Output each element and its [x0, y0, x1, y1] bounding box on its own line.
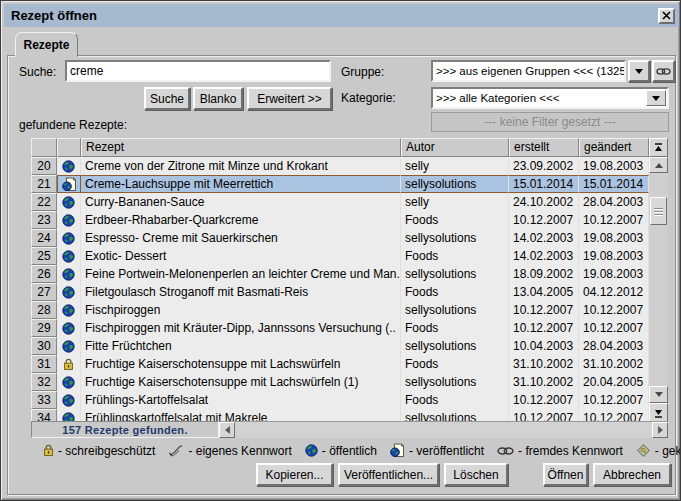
dialog-rezept-oeffnen: Rezept öffnen Rezepte Suche: Suche Blank… — [0, 0, 681, 501]
public-icon — [62, 232, 75, 245]
legend-item: - schreibgeschützt — [43, 444, 155, 458]
delete-button[interactable]: Löschen — [444, 463, 508, 486]
legend-item: - eigenes Kennwort — [168, 444, 291, 458]
scroll-left-button[interactable] — [219, 422, 235, 438]
scroll-up-button[interactable] — [649, 157, 668, 173]
cell-icon — [57, 175, 81, 193]
legend-label: - gekauft — [655, 444, 681, 458]
group-link-button[interactable] — [652, 60, 675, 82]
cell-erstellt: 10.04.2003 — [509, 337, 579, 355]
cell-rezept: Curry-Bananen-Sauce — [81, 193, 401, 211]
copy-button[interactable]: Kopieren... — [256, 463, 333, 486]
cell-geaendert: 10.12.2007 — [579, 211, 649, 229]
table-row[interactable]: 33Frühlings-KartoffelsalatFoods10.12.200… — [31, 391, 649, 409]
cell-erstellt: 10.12.2007 — [509, 391, 579, 409]
cell-icon — [57, 355, 81, 373]
close-icon — [662, 8, 671, 23]
category-value: >>> alle Kategorien <<< — [436, 92, 559, 104]
category-combobox[interactable]: >>> alle Kategorien <<< — [431, 87, 669, 109]
header-rezept[interactable]: Rezept — [81, 138, 401, 157]
cell-autor: sellysolutions — [401, 265, 509, 283]
cell-geaendert: 28.04.2003 — [579, 193, 649, 211]
header-autor[interactable]: Autor — [401, 138, 509, 157]
table-row[interactable]: 30Fitte Früchtchensellysolutions10.04.20… — [31, 337, 649, 355]
blank-button[interactable]: Blanko — [193, 87, 243, 110]
table-row[interactable]: 22Curry-Bananen-Sauceselly24.10.200228.0… — [31, 193, 649, 211]
scroll-up-icon — [655, 163, 663, 168]
extended-search-button[interactable]: Erweitert >> — [247, 87, 332, 110]
table-row[interactable]: 28Fischpiroggensellysolutions10.12.20071… — [31, 301, 649, 319]
horizontal-scrollbar[interactable] — [219, 421, 668, 438]
group-dropdown-button[interactable] — [628, 60, 650, 82]
scroll-right-button[interactable] — [652, 422, 668, 438]
publish-button[interactable]: Veröffentlichen... — [338, 463, 439, 486]
scroll-down-icon — [655, 392, 663, 397]
table-row[interactable]: 31Fruchtige Kaiserschotensuppe mit Lachs… — [31, 355, 649, 373]
scroll-to-top-button[interactable] — [649, 138, 668, 157]
scrollbar-thumb[interactable] — [650, 197, 667, 225]
chain-icon — [656, 67, 671, 76]
table-row[interactable]: 23Erdbeer-Rhabarber-QuarkcremeFoods10.12… — [31, 211, 649, 229]
cell-rezept: Creme-Lauchsuppe mit Meerrettich — [81, 175, 401, 193]
row-number: 33 — [31, 391, 57, 409]
table-row[interactable]: 25Exotic- DessertFoods14.02.200319.08.20… — [31, 247, 649, 265]
tab-rezepte[interactable]: Rezepte — [15, 32, 78, 57]
row-number: 30 — [31, 337, 57, 355]
header-geaendert[interactable]: geändert — [579, 138, 649, 157]
cell-rezept: Filetgoulasch Stroganoff mit Basmati-Rei… — [81, 283, 401, 301]
header-icon[interactable] — [57, 138, 81, 157]
cell-icon — [57, 229, 81, 247]
group-combobox[interactable]: >>> aus eigenen Gruppen <<< (1325) — [431, 60, 626, 82]
thumb-grip — [654, 207, 663, 216]
header-erstellt[interactable]: erstellt — [509, 138, 579, 157]
lock-icon — [43, 444, 54, 457]
published-icon — [390, 443, 405, 458]
cell-erstellt: 10.12.2007 — [509, 301, 579, 319]
table-row[interactable]: 27Filetgoulasch Stroganoff mit Basmati-R… — [31, 283, 649, 301]
scroll-bottom-icon — [654, 406, 663, 421]
cell-erstellt: 13.04.2005 — [509, 283, 579, 301]
cell-icon — [57, 337, 81, 355]
table-row[interactable]: 32Fruchtige Kaiserschotensuppe mit Lachs… — [31, 373, 649, 391]
scroll-to-bottom-button[interactable] — [649, 403, 668, 423]
status-bar: 157 Rezepte gefunden. — [31, 421, 219, 438]
open-button[interactable]: Öffnen — [543, 463, 588, 486]
cell-autor: sellysolutions — [401, 373, 509, 391]
cancel-button[interactable]: Abbrechen — [593, 463, 671, 486]
cell-rezept: Creme von der Zitrone mit Minze und Krok… — [81, 157, 401, 175]
filter-status-box: --- keine Filter gesetzt --- — [431, 112, 669, 132]
cell-erstellt: 10.12.2007 — [509, 319, 579, 337]
vertical-scrollbar[interactable] — [649, 138, 668, 423]
public-icon — [62, 268, 75, 281]
close-button[interactable] — [658, 8, 675, 24]
public-icon — [62, 196, 75, 209]
public-icon — [62, 340, 75, 353]
table-row[interactable]: 24Espresso- Creme mit Sauerkirschenselly… — [31, 229, 649, 247]
cell-geaendert: 28.04.2003 — [579, 337, 649, 355]
row-number: 32 — [31, 373, 57, 391]
search-button[interactable]: Suche — [144, 87, 190, 110]
table-row[interactable]: 26Feine Portwein-Melonenperlen an leicht… — [31, 265, 649, 283]
row-number: 25 — [31, 247, 57, 265]
scroll-down-button[interactable] — [649, 386, 668, 403]
scroll-left-icon — [225, 426, 230, 434]
row-number: 24 — [31, 229, 57, 247]
legend-label: - fremdes Kennwort — [518, 444, 623, 458]
cell-geaendert: 19.08.2003 — [579, 157, 649, 175]
cell-autor: sellysolutions — [401, 175, 509, 193]
table-row[interactable]: 29Fischpiroggen mit Kräuter-Dipp, Jannss… — [31, 319, 649, 337]
row-number: 27 — [31, 283, 57, 301]
cell-erstellt: 31.10.2002 — [509, 373, 579, 391]
scroll-right-icon — [658, 426, 663, 434]
table-row[interactable]: 21Creme-Lauchsuppe mit Meerrettichsellys… — [31, 175, 649, 193]
search-input[interactable] — [65, 60, 331, 82]
cell-icon — [57, 301, 81, 319]
cell-autor: selly — [401, 193, 509, 211]
header-rownum[interactable] — [31, 138, 57, 157]
cell-icon — [57, 193, 81, 211]
category-dropdown-button[interactable] — [646, 90, 666, 106]
legend-item: - gekauft — [636, 443, 681, 458]
cell-rezept: Frühlings-Kartoffelsalat — [81, 391, 401, 409]
cell-autor: Foods — [401, 211, 509, 229]
table-row[interactable]: 20Creme von der Zitrone mit Minze und Kr… — [31, 157, 649, 175]
